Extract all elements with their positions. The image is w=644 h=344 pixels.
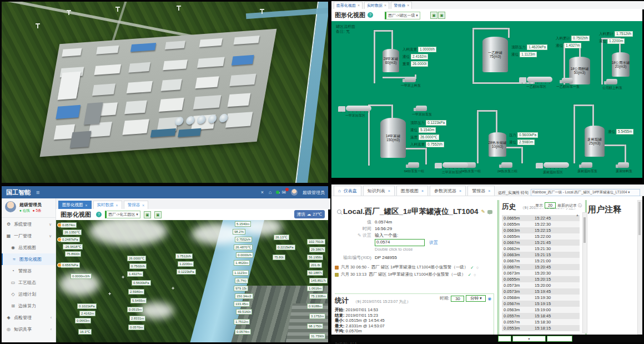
tab-label: 参数浏览器 bbox=[434, 188, 456, 194]
stats-title: 统计 bbox=[335, 297, 349, 305]
sidebar-item-警报器[interactable]: ◔警报器 bbox=[2, 265, 56, 277]
label-value: 5.5455m bbox=[616, 129, 633, 134]
refresh-button[interactable]: ▣ bbox=[144, 211, 151, 218]
detail-tab[interactable]: 知识列表× bbox=[363, 186, 395, 196]
view-select[interactable]: 西厂->罐区一级 ▾ bbox=[385, 12, 420, 19]
truck-wheels bbox=[436, 168, 467, 169]
show-label: 显示 bbox=[535, 203, 543, 208]
close-icon[interactable]: × bbox=[261, 190, 264, 195]
strip-control[interactable] bbox=[547, 336, 572, 342]
sidebar-item-总览视图[interactable]: ◉总览视图 bbox=[2, 242, 56, 253]
topbar-username[interactable]: 超级管理员 bbox=[303, 190, 325, 196]
alarm-row[interactable]: 六月 30 06:50 -西厂 罐区 1#甲苯罐液位 LT1004最小值预警（一… bbox=[335, 265, 479, 270]
comment-icon[interactable] bbox=[487, 210, 492, 214]
close-icon[interactable]: × bbox=[384, 3, 386, 7]
sidebar-item-工艺组态[interactable]: ▭工艺组态 bbox=[2, 277, 56, 288]
app-titlebar: 图形化视图 ? 西厂->化工园区 ▾ ▣ ▣ 潍坊 ☁ 27℃ bbox=[56, 209, 328, 220]
alarm-row[interactable]: 六月 30 13:13西厂 罐区 1#甲苯罐液位 LT1004最小值预警（一级）… bbox=[335, 272, 476, 277]
ack-icon[interactable]: ○ bbox=[474, 272, 476, 277]
scroll-up-icon[interactable]: ▲ bbox=[576, 213, 579, 217]
history-value: 0.0557m bbox=[502, 313, 535, 318]
set-link[interactable]: 设置 bbox=[429, 240, 438, 246]
scada-tab[interactable]: 警报器× bbox=[391, 2, 412, 9]
sensor-chip: 0.0515m bbox=[127, 307, 143, 312]
history-time: 15:22:15 bbox=[535, 228, 551, 233]
close-icon[interactable]: × bbox=[116, 203, 118, 207]
sensor-chip: 0.0570m bbox=[128, 325, 144, 330]
history-value: 0.0673m bbox=[502, 271, 535, 276]
tank-label-row: 入料流量1.0000t/h bbox=[402, 47, 436, 52]
sidebar-item-知识共享[interactable]: ◎知识共享‹ bbox=[2, 323, 56, 335]
history-scrollbar[interactable] bbox=[582, 212, 587, 333]
scada-tab[interactable]: 实时数据× bbox=[364, 2, 389, 9]
detail-tab[interactable]: 图形视图× bbox=[396, 186, 428, 196]
scada-tab[interactable]: 图形化视图× bbox=[334, 2, 363, 9]
panel-scrollbar[interactable] bbox=[637, 200, 642, 335]
detail-tab[interactable]: 警报器× bbox=[467, 186, 495, 196]
pipe bbox=[374, 30, 375, 83]
message-icon[interactable]: ✉ bbox=[281, 190, 286, 195]
strip-select[interactable]: ▾ bbox=[512, 336, 546, 342]
tag-selector[interactable]: Rainbow_西厂一级 - Local.西厂_罐区_1#甲苯罐液位_LT100… bbox=[531, 189, 640, 196]
label-value: 2.4162m bbox=[411, 54, 428, 59]
help-icon[interactable]: ? bbox=[368, 12, 373, 18]
sidebar-item-点检管理[interactable]: ◈点检管理‹ bbox=[2, 312, 56, 323]
history-value: 0.0573m bbox=[502, 283, 535, 288]
sidebar-item-运维计划[interactable]: ◇运维计划 bbox=[2, 288, 56, 300]
tanker-truck bbox=[519, 74, 554, 84]
fullscreen-button[interactable]: ▣ bbox=[154, 211, 162, 218]
tank-1#甲苯罐: 1#甲苯罐150(m3) bbox=[380, 118, 406, 158]
tag-selector-row: 远程_实属性 特句 Rainbow_西厂一级 - Local.西厂_罐区_1#甲… bbox=[498, 189, 640, 196]
ack-icon[interactable]: ○ bbox=[476, 265, 479, 270]
close-icon[interactable]: × bbox=[407, 3, 409, 7]
label-value: 1.1123m bbox=[520, 52, 537, 57]
help-icon[interactable]: ? bbox=[96, 212, 102, 217]
menu-toggle-icon[interactable]: ≡ bbox=[36, 189, 39, 196]
sidebar-item-图形化视图[interactable]: ≈图形化视图 bbox=[2, 253, 56, 265]
close-icon[interactable]: × bbox=[85, 203, 88, 207]
close-icon[interactable]: × bbox=[421, 189, 424, 193]
close-icon[interactable]: × bbox=[358, 3, 360, 7]
sensor-chip: 0.0574m bbox=[235, 329, 251, 335]
close-icon[interactable]: × bbox=[142, 203, 144, 207]
sidebar-item-一厂管理[interactable]: ▦一厂管理∨ bbox=[2, 230, 56, 242]
scada-canvas: 罐区流程图 备注: 无 2#甲苯罐60(m3)入料流量1.0000t/h液位2.… bbox=[331, 21, 642, 178]
count-input[interactable]: 20 bbox=[545, 202, 556, 208]
app-tab[interactable]: 实时数据× bbox=[93, 201, 122, 209]
tank-capacity: 20(m3) bbox=[615, 64, 627, 68]
value-input[interactable]: 0.0574 bbox=[375, 239, 425, 246]
view-select[interactable]: 西厂->化工园区 ▾ bbox=[105, 211, 140, 218]
menu-label: 一厂管理 bbox=[14, 233, 32, 239]
refresh-icon[interactable]: ◉ bbox=[487, 296, 491, 301]
app-tab[interactable]: 警报器× bbox=[124, 201, 149, 209]
detail-tab[interactable]: ⌂仪表盘 bbox=[334, 186, 361, 196]
app-tab[interactable]: 图形化视图× bbox=[58, 201, 92, 209]
sensor-chip: 0.0000t/h bbox=[236, 252, 253, 258]
detail-tab[interactable]: 参数浏览器× bbox=[430, 186, 466, 196]
close-icon[interactable]: × bbox=[488, 189, 490, 193]
period-input[interactable]: 30 bbox=[451, 296, 464, 302]
edit-icon[interactable]: ✎ bbox=[481, 209, 486, 215]
avatar[interactable] bbox=[291, 189, 298, 196]
sensor-chip: 5.5455m bbox=[130, 298, 147, 303]
user-name: 超级管理员 bbox=[19, 202, 42, 208]
history-row: 0.0663m15:22:15 bbox=[502, 227, 580, 233]
tank-name: 1#甲苯罐 bbox=[386, 134, 401, 138]
sensor-chip: 0.1223kPa bbox=[177, 269, 196, 275]
search-icon bbox=[337, 210, 341, 214]
sensor-chip: 1.4327m bbox=[127, 271, 143, 277]
weather-widget[interactable]: 潍坊 ☁ 27℃ bbox=[294, 210, 325, 218]
fullscreen-button[interactable]: ▣ bbox=[438, 12, 445, 19]
period-unit-select[interactable]: 分钟 ▾ bbox=[466, 295, 486, 302]
close-icon[interactable]: × bbox=[388, 189, 390, 193]
refresh-button[interactable]: ▣ bbox=[430, 12, 437, 19]
sidebar-item-边缘算力[interactable]: ⊞边缘算力 bbox=[2, 300, 56, 312]
home-icon[interactable]: ⌂ bbox=[269, 190, 271, 195]
building bbox=[128, 62, 150, 73]
sidebar-item-系统管理[interactable]: ⚙系统管理∨ bbox=[2, 218, 56, 230]
tag-title: Local.西厂_罐区_1#甲苯罐液位_LT1004 ✎ bbox=[337, 207, 492, 217]
close-icon[interactable]: × bbox=[459, 189, 461, 193]
menu-icon: ◉ bbox=[11, 245, 16, 250]
strip-control[interactable] bbox=[498, 336, 511, 342]
pump bbox=[405, 77, 416, 82]
